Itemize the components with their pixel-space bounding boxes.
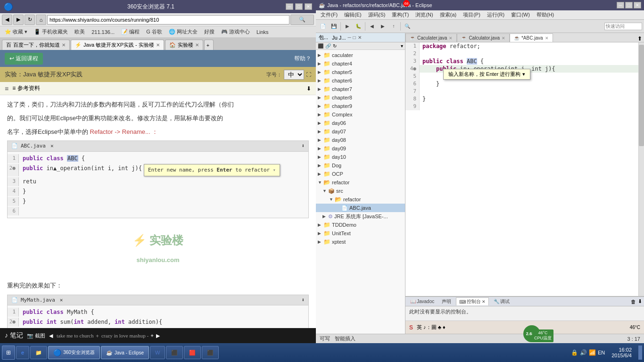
- collapse-icon[interactable]: ⬛: [318, 43, 323, 49]
- refactor-link[interactable]: Refactor -> Rename... ：: [90, 128, 158, 135]
- editor-expand-btn[interactable]: ⬆: [636, 35, 644, 42]
- home-button[interactable]: ⌂: [36, 15, 46, 25]
- bookmark-europe[interactable]: 欧美: [73, 28, 87, 36]
- tree-day06[interactable]: ▶ 📁 day06: [316, 119, 405, 127]
- tab-declaration[interactable]: 声明: [439, 298, 454, 305]
- forward-button[interactable]: ▶: [13, 15, 24, 25]
- taskbar-eclipse[interactable]: ☕ Java - Eclipse: [101, 346, 149, 359]
- explorer-close[interactable]: ✕: [358, 35, 362, 40]
- explorer-minimize[interactable]: ─: [348, 35, 351, 40]
- back-button[interactable]: ◀: [2, 15, 12, 25]
- menu-file[interactable]: 文件(F): [318, 11, 340, 19]
- quick-access-input[interactable]: [604, 23, 642, 30]
- tree-chapter8[interactable]: ▶ 📁 chapter8: [316, 93, 405, 102]
- link-icon[interactable]: 🔗: [325, 43, 331, 49]
- tab-caculater[interactable]: ☕ Caculater.java ✕: [405, 33, 457, 42]
- bookmark-google[interactable]: G 谷歌: [144, 28, 164, 36]
- expand-icon[interactable]: ⬇: [306, 85, 311, 92]
- refresh-button[interactable]: ↻: [25, 15, 35, 25]
- tab-baidu[interactable]: 百 百度一下，你就知道 ✕: [2, 40, 70, 50]
- code-editor[interactable]: 1 package refactor; 2 3 public class ABC…: [405, 42, 644, 296]
- tree-chapter6[interactable]: ▶ 📁 chapter6: [316, 76, 405, 85]
- bookmark-ip[interactable]: 211.136...: [90, 29, 116, 35]
- tree-day10[interactable]: ▶ 📁 day10: [316, 153, 405, 161]
- minimize-button[interactable]: ─: [286, 3, 293, 10]
- tab-shiyanlou[interactable]: ⚡ Java 敏捷开发XP实践 - 实验楼 ✕: [71, 40, 164, 50]
- scrollbar-thumb[interactable]: [639, 45, 644, 146]
- tree-chapter4[interactable]: ▶ 📁 chapter4: [316, 59, 405, 68]
- tab-javadoc[interactable]: 📖 Javadoc: [407, 298, 437, 304]
- toolbar-up[interactable]: ↑: [388, 21, 399, 32]
- tree-xptest[interactable]: ▶ 📁 xptest: [316, 238, 405, 246]
- tray-icon-3[interactable]: 📶: [589, 349, 596, 356]
- menu-navigate[interactable]: 浏览(N): [413, 11, 436, 19]
- tab-console[interactable]: ⌨ 控制台 ✕: [456, 297, 489, 305]
- start-button[interactable]: ⊞: [2, 346, 15, 360]
- menu-window[interactable]: 窗口(W): [508, 11, 533, 19]
- tree-chapter7[interactable]: ▶ 📁 chapter7: [316, 85, 405, 93]
- close-calculator[interactable]: ✕: [502, 36, 505, 41]
- show-desktop-btn[interactable]: [638, 346, 642, 360]
- menu-search[interactable]: 搜索(a): [437, 11, 459, 19]
- toolbar-back[interactable]: ◀: [367, 21, 377, 32]
- tree-abc-java[interactable]: 📄 ABC.java: [316, 204, 405, 212]
- close-button[interactable]: ✕: [305, 3, 312, 10]
- maximize-button[interactable]: □: [295, 3, 303, 10]
- tray-icon-1[interactable]: 🔒: [571, 349, 578, 356]
- taskbar-word[interactable]: W: [150, 346, 165, 359]
- code-close-1[interactable]: ✕: [50, 142, 54, 150]
- tree-chapter5[interactable]: ▶ 📁 chapter5: [316, 68, 405, 76]
- search-icon[interactable]: 🔍: [290, 15, 314, 25]
- tab-abc-active[interactable]: ☕ *ABC.java ✕: [510, 33, 553, 42]
- taskbar-app5[interactable]: ⬛: [166, 346, 183, 359]
- tree-day09[interactable]: ▶ 📁 day09: [316, 144, 405, 153]
- toc-icon[interactable]: ≡: [5, 85, 8, 92]
- help-button[interactable]: 帮助？: [294, 55, 311, 63]
- tray-icon-2[interactable]: 🔊: [580, 349, 587, 356]
- menu-source[interactable]: 源码(S): [365, 11, 388, 19]
- eclipse-maximize[interactable]: □: [625, 2, 633, 8]
- tab-lab[interactable]: 🏠 实验楼 ✕: [165, 40, 203, 50]
- taskbar-app6[interactable]: 🟥: [184, 346, 201, 359]
- tree-unittest[interactable]: ▶ 📁 UnitText: [316, 229, 405, 238]
- music-forward-icon[interactable]: ▶: [156, 333, 160, 339]
- taskbar-360[interactable]: 🔵 360安全浏览器: [48, 346, 100, 359]
- tray-icon-4[interactable]: EN: [598, 350, 605, 355]
- bookmarks-icon[interactable]: ⭐ 收藏 ▾: [3, 28, 29, 36]
- code-expand-1[interactable]: ⬇: [301, 142, 305, 150]
- close-console-icon[interactable]: ✕: [482, 299, 486, 304]
- tree-tdddemo[interactable]: ▶ 📁 TDDDemo: [316, 221, 405, 229]
- tree-complex[interactable]: ▶ 📁 Complex: [316, 110, 405, 119]
- font-size-select[interactable]: 中 大 小: [284, 70, 304, 80]
- code-expand-2[interactable]: ⬇: [301, 296, 305, 304]
- taskbar-explorer[interactable]: 📁: [30, 346, 47, 359]
- bookmark-nav[interactable]: 🌐 网址大全: [167, 28, 199, 36]
- toolbar-new[interactable]: 📄: [318, 21, 328, 32]
- menu-project[interactable]: 项目(P): [460, 11, 483, 19]
- bookmark-links[interactable]: Links: [255, 29, 271, 35]
- explorer-maximize[interactable]: □: [353, 35, 356, 40]
- close-caculater[interactable]: ✕: [449, 36, 453, 41]
- fullscreen-icon[interactable]: ⛶: [306, 72, 311, 77]
- tree-day08[interactable]: ▶ 📁 day08: [316, 136, 405, 144]
- eclipse-minimize[interactable]: ─: [617, 2, 624, 8]
- close-tab-shiyanlou[interactable]: ✕: [156, 42, 160, 48]
- eclipse-close[interactable]: ✕: [634, 2, 641, 8]
- taskbar-app7[interactable]: ⬛: [202, 346, 219, 359]
- code-close-2[interactable]: ✕: [60, 296, 63, 304]
- address-bar[interactable]: [47, 15, 289, 25]
- back-icon[interactable]: ◀: [49, 333, 53, 339]
- menu-edit[interactable]: 编辑(E): [341, 11, 364, 19]
- toolbar-search[interactable]: 🔍: [402, 21, 413, 32]
- bookmark-mobile[interactable]: 📱 手机收藏夹: [32, 28, 70, 36]
- tab-debug[interactable]: 🔧 调试: [491, 298, 512, 305]
- menu-run[interactable]: 运行(R): [484, 11, 507, 19]
- toolbar-fwd[interactable]: ▶: [378, 21, 388, 32]
- tree-dog[interactable]: ▶ 📁 Dog: [316, 161, 405, 170]
- bookmark-search[interactable]: 好搜: [202, 28, 216, 36]
- bookmark-code[interactable]: 📝 编程: [119, 28, 141, 36]
- console-clear-icon[interactable]: 🗑: [631, 299, 636, 304]
- toolbar-run[interactable]: ▶: [342, 21, 353, 32]
- close-tab-lab[interactable]: ✕: [195, 42, 199, 48]
- tree-src[interactable]: ▼ 📦 src: [316, 187, 405, 195]
